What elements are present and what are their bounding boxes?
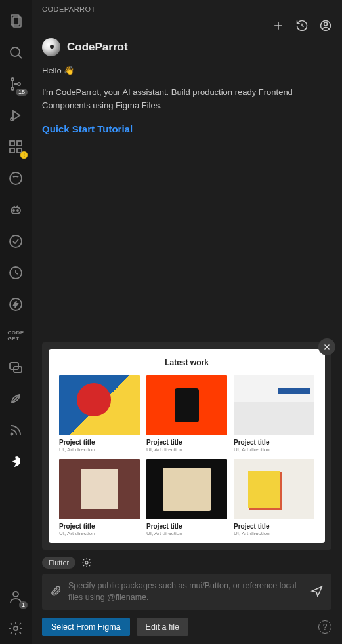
attachment-icon[interactable] xyxy=(50,585,62,599)
source-control-icon[interactable]: 18 xyxy=(0,68,32,100)
work-title: Project title xyxy=(59,439,140,446)
bolt-icon[interactable] xyxy=(0,289,32,320)
work-subtitle: UI, Art direction xyxy=(234,447,314,453)
account-icon[interactable]: 1 xyxy=(0,581,32,613)
svg-point-23 xyxy=(13,592,18,597)
feed-icon[interactable] xyxy=(0,414,32,446)
work-subtitle: UI, Art direction xyxy=(59,447,140,453)
tag-row: Flutter xyxy=(42,557,331,569)
svg-rect-9 xyxy=(10,141,14,146)
main-panel: CODEPARROT CodeParrot Hello 👋 I'm CodePa… xyxy=(32,0,342,644)
svg-point-2 xyxy=(11,47,20,56)
work-grid: Project title UI, Art direction Project … xyxy=(59,375,314,537)
work-title: Project title xyxy=(234,439,314,446)
work-thumbnail xyxy=(234,459,314,519)
svg-rect-10 xyxy=(17,141,22,146)
work-item[interactable]: Project title UI, Art direction xyxy=(234,375,314,453)
help-icon[interactable]: ? xyxy=(318,620,331,634)
extensions-badge: ! xyxy=(20,151,28,159)
timeline-icon[interactable] xyxy=(0,257,32,289)
close-icon[interactable] xyxy=(318,338,335,355)
codeparrot-icon[interactable] xyxy=(0,446,32,477)
send-icon[interactable] xyxy=(310,584,324,600)
work-item[interactable]: Project title UI, Art direction xyxy=(234,459,314,536)
work-subtitle: UI, Art direction xyxy=(234,531,314,536)
work-subtitle: UI, Art direction xyxy=(146,531,227,536)
work-item[interactable]: Project title UI, Art direction xyxy=(146,375,227,453)
svg-point-16 xyxy=(17,210,18,211)
divider xyxy=(42,140,331,140)
bottom-panel: Flutter Specify public packages such as … xyxy=(32,550,342,644)
source-control-badge: 18 xyxy=(16,89,28,96)
work-thumbnail xyxy=(146,459,227,519)
svg-point-15 xyxy=(13,210,14,211)
svg-point-13 xyxy=(10,172,22,184)
work-title: Project title xyxy=(146,523,227,530)
profile-icon[interactable] xyxy=(318,18,333,33)
work-thumbnail xyxy=(59,375,140,435)
svg-point-17 xyxy=(10,235,22,247)
work-item[interactable]: Project title UI, Art direction xyxy=(146,459,227,536)
brand-name: CodeParrot xyxy=(67,41,128,54)
work-item[interactable]: Project title UI, Art direction xyxy=(59,375,140,453)
select-from-figma-button[interactable]: Select From Figma xyxy=(42,618,130,636)
work-item[interactable]: Project title UI, Art direction xyxy=(59,459,140,536)
check-icon[interactable] xyxy=(0,226,32,257)
work-title: Project title xyxy=(59,523,140,530)
popup-card: Latest work Project title UI, Art direct… xyxy=(49,349,325,544)
intro-text: I'm CodeParrot, your AI assistant. Build… xyxy=(42,86,331,111)
svg-line-3 xyxy=(18,55,22,58)
svg-point-19 xyxy=(10,298,22,310)
header-actions xyxy=(32,16,342,38)
search-icon[interactable] xyxy=(0,37,32,68)
work-title: Project title xyxy=(234,523,314,530)
svg-marker-7 xyxy=(13,111,20,120)
work-subtitle: UI, Art direction xyxy=(59,531,140,536)
svg-point-8 xyxy=(11,118,13,121)
codegpt-icon[interactable]: CODEGPT xyxy=(0,320,32,352)
prompt-input[interactable]: Specify public packages such as mui/Butt… xyxy=(42,574,331,610)
leaf-icon[interactable] xyxy=(0,383,32,414)
account-badge: 1 xyxy=(19,601,28,609)
history-icon[interactable] xyxy=(295,18,309,33)
quick-start-link[interactable]: Quick Start Tutorial xyxy=(42,123,331,134)
work-subtitle: UI, Art direction xyxy=(146,447,227,453)
work-title: Project title xyxy=(146,439,227,446)
chat-icon[interactable] xyxy=(0,352,32,383)
svg-point-6 xyxy=(18,83,20,85)
greeting-text: Hello 👋 xyxy=(42,66,331,75)
work-thumbnail xyxy=(59,459,140,519)
activity-bar: 18 ! CODEGPT 1 xyxy=(0,0,32,644)
new-chat-icon[interactable] xyxy=(271,18,286,33)
remote-icon[interactable] xyxy=(0,163,32,194)
svg-point-5 xyxy=(11,87,14,90)
panel-tab-label: CODEPARROT xyxy=(32,0,342,16)
svg-point-24 xyxy=(14,626,18,630)
brand-row: CodeParrot xyxy=(42,38,331,56)
svg-point-28 xyxy=(324,22,328,26)
work-thumbnail xyxy=(234,375,314,435)
settings-gear-icon[interactable] xyxy=(0,613,32,644)
copilot-icon[interactable] xyxy=(0,194,32,226)
svg-point-31 xyxy=(85,561,88,564)
actions-row: Select From Figma Edit a file ? xyxy=(42,618,331,636)
explorer-icon[interactable] xyxy=(0,5,32,37)
framework-tag[interactable]: Flutter xyxy=(42,557,75,569)
latest-work-popup: Latest work Project title UI, Art direct… xyxy=(42,342,331,550)
svg-point-22 xyxy=(11,433,13,435)
extensions-icon[interactable]: ! xyxy=(0,131,32,163)
work-thumbnail xyxy=(146,375,227,435)
debug-icon[interactable] xyxy=(0,100,32,131)
popup-title: Latest work xyxy=(59,358,314,367)
settings-icon[interactable] xyxy=(81,557,93,569)
brand-logo xyxy=(42,38,60,56)
prompt-placeholder: Specify public packages such as mui/Butt… xyxy=(68,580,304,603)
svg-point-4 xyxy=(11,78,14,81)
svg-rect-11 xyxy=(10,148,14,153)
content-area: CodeParrot Hello 👋 I'm CodeParrot, your … xyxy=(32,38,342,550)
edit-file-button[interactable]: Edit a file xyxy=(137,618,188,636)
